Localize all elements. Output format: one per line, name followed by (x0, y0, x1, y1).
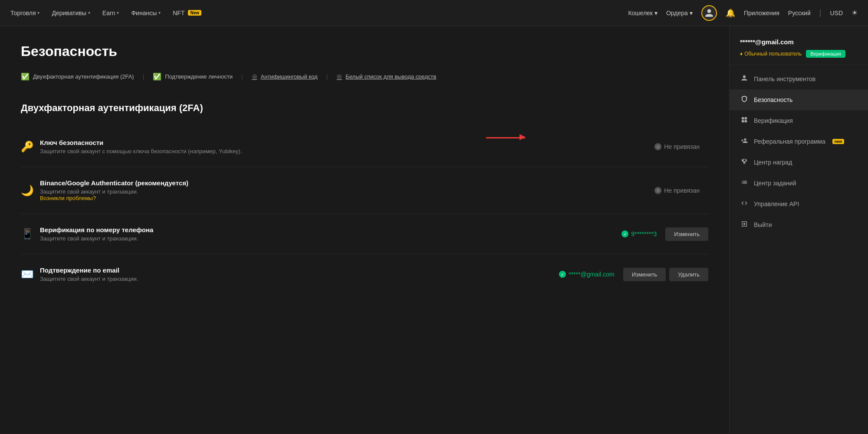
nav-divider: | (819, 8, 822, 17)
sidebar-item-logout[interactable]: Выйти (730, 214, 868, 235)
tab-whitelist[interactable]: ⊗ Белый список для вывода средств (336, 72, 436, 81)
status-dot-grey: ⊗ (654, 143, 661, 150)
sidebar-item-verification[interactable]: Верификация (730, 110, 868, 131)
tab-2fa[interactable]: ✅ Двухфакторная аутентификация (2FA) (21, 72, 134, 81)
nav-orders[interactable]: Ордера ▾ (666, 10, 693, 16)
item-status-email: ✓ *****@gmail.com (545, 271, 615, 278)
x-circle-icon: ⊗ (336, 72, 342, 81)
sidebar-item-rewards[interactable]: Центр наград (730, 152, 868, 173)
person-add-icon (740, 137, 749, 146)
item-actions-phone: Изменить (665, 227, 708, 241)
security-item-auth: 🌙 Binance/Google Authenticator (рекоменд… (21, 167, 708, 214)
tab-antiphish[interactable]: ⊗ Антифишинговый код (252, 72, 318, 81)
check-icon: ✅ (21, 72, 30, 81)
trophy-icon (740, 158, 749, 167)
new-badge: new (832, 139, 845, 144)
badge-verified: Верификация (806, 50, 845, 58)
main-content: Безопасность ✅ Двухфакторная аутентифика… (0, 26, 729, 434)
badge-user: ♦ Обычный пользователь (740, 51, 802, 57)
sidebar-item-referral[interactable]: Реферальная программа new (730, 131, 868, 152)
auth-problem-link[interactable]: Возникли проблемы? (40, 195, 96, 201)
item-info-key: Ключ безопасности Защитите свой аккаунт … (40, 139, 630, 155)
section-2fa-title: Двухфакторная аутентификация (2FA) (21, 102, 203, 114)
sidebar: ******@gmail.com ♦ Обычный пользователь … (729, 26, 868, 434)
item-info-phone: Верификация по номеру телефона Защитите … (40, 226, 587, 242)
status-dot-green: ✓ (559, 271, 566, 278)
status-linked-phone: ✓ 9********3 (621, 230, 657, 237)
nav-right: Кошелек ▾ Ордера ▾ 🔔 Приложения Русский … (628, 5, 858, 21)
status-linked-email: ✓ *****@gmail.com (559, 271, 614, 278)
sidebar-item-security[interactable]: Безопасность (730, 89, 868, 110)
page-title: Безопасность (21, 43, 708, 59)
chevron-icon: ▾ (690, 10, 693, 16)
section-2fa-header: Двухфакторная аутентификация (2FA) (21, 102, 708, 114)
key-icon: 🔑 (21, 141, 40, 153)
status-dot-green: ✓ (621, 230, 628, 237)
nav-apps[interactable]: Приложения (744, 10, 779, 16)
chevron-icon: ▾ (117, 10, 119, 15)
api-icon (740, 200, 749, 208)
chevron-icon: ▾ (654, 10, 658, 16)
check-icon: ✅ (153, 72, 161, 81)
tab-separator: | (326, 73, 328, 80)
nav-earn[interactable]: Earn ▾ (102, 10, 119, 16)
sidebar-email: ******@gmail.com (740, 38, 858, 46)
security-item-key: 🔑 Ключ безопасности Защитите свой аккаун… (21, 127, 708, 167)
chevron-icon: ▾ (37, 10, 39, 15)
nft-badge: New (188, 10, 201, 16)
sidebar-item-tasks[interactable]: Центр заданий (730, 173, 868, 194)
status-dot-grey: ⊗ (654, 187, 661, 194)
phone-icon: 📱 (21, 228, 40, 240)
sidebar-header: ******@gmail.com ♦ Обычный пользователь … (730, 26, 868, 65)
navbar: Торговля ▾ Деривативы ▾ Earn ▾ Финансы ▾… (0, 0, 868, 26)
tab-separator: | (143, 73, 145, 80)
logout-icon (740, 220, 749, 229)
change-email-button[interactable]: Изменить (623, 268, 666, 281)
item-actions-email: Изменить Удалить (623, 268, 708, 281)
x-circle-icon: ⊗ (252, 72, 257, 81)
item-title-email: Подтверждение по email (40, 266, 545, 274)
item-info-auth: Binance/Google Authenticator (рекомендуе… (40, 179, 630, 201)
delete-email-button[interactable]: Удалить (669, 268, 708, 281)
security-items-list: 🔑 Ключ безопасности Защитите свой аккаун… (21, 127, 708, 294)
tab-identity[interactable]: ✅ Подтверждение личности (153, 72, 233, 81)
nav-trading[interactable]: Торговля ▾ (10, 10, 39, 16)
shield-icon (740, 95, 749, 104)
item-desc-phone: Защитите свой аккаунт и транзакции. (40, 235, 587, 242)
sidebar-badges: ♦ Обычный пользователь Верификация (740, 50, 858, 58)
tab-separator: | (241, 73, 243, 80)
email-icon: ✉️ (21, 268, 40, 280)
authenticator-icon: 🌙 (21, 184, 40, 197)
item-title-key: Ключ безопасности (40, 139, 630, 146)
sidebar-item-dashboard[interactable]: Панель инструментов (730, 69, 868, 89)
list-icon (740, 179, 749, 187)
nav-nft[interactable]: NFT New (173, 10, 201, 16)
grid-icon (740, 116, 749, 125)
item-status-key: ⊗ Не привязан (630, 143, 700, 150)
security-item-phone: 📱 Верификация по номеру телефона Защитит… (21, 214, 708, 254)
status-unlinked-auth: ⊗ Не привязан (654, 187, 700, 194)
notification-bell-icon[interactable]: 🔔 (726, 8, 735, 18)
item-status-phone: ✓ 9********3 (587, 230, 657, 237)
sidebar-menu: Панель инструментов Безопасность Верифик… (730, 65, 868, 239)
item-title-auth: Binance/Google Authenticator (рекомендуе… (40, 179, 630, 187)
nav-language[interactable]: Русский (788, 10, 811, 16)
security-tabs: ✅ Двухфакторная аутентификация (2FA) | ✅… (21, 72, 708, 81)
nav-finance[interactable]: Финансы ▾ (131, 10, 161, 16)
item-desc-auth: Защитите свой аккаунт и транзакции. Возн… (40, 188, 630, 201)
sidebar-item-api[interactable]: Управление API (730, 194, 868, 214)
chevron-icon: ▾ (88, 10, 90, 15)
user-icon (704, 8, 714, 18)
user-avatar-button[interactable] (701, 5, 717, 21)
change-phone-button[interactable]: Изменить (665, 227, 708, 241)
nav-derivatives[interactable]: Деривативы ▾ (52, 10, 90, 16)
person-icon (740, 75, 749, 83)
item-desc-key: Защитите свой аккаунт с помощью ключа бе… (40, 148, 630, 155)
nav-wallet[interactable]: Кошелек ▾ (628, 10, 658, 16)
content-area: Безопасность ✅ Двухфакторная аутентифика… (0, 26, 868, 434)
nav-left: Торговля ▾ Деривативы ▾ Earn ▾ Финансы ▾… (10, 10, 201, 16)
diamond-icon: ♦ (740, 51, 743, 57)
nav-currency[interactable]: USD (830, 10, 843, 16)
item-status-auth: ⊗ Не привязан (630, 187, 700, 194)
theme-toggle-icon[interactable]: ☀ (852, 9, 858, 17)
